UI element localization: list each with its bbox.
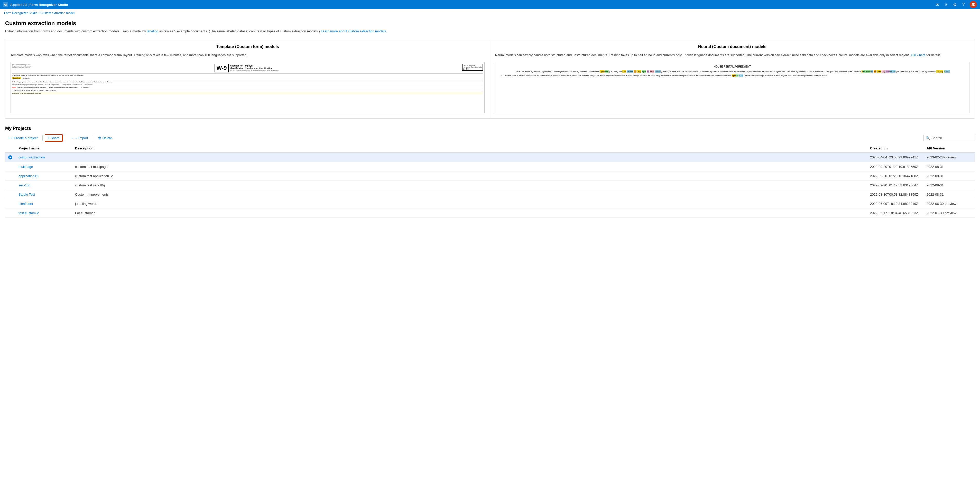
table-row[interactable]: application12custom test application1220…	[5, 171, 975, 181]
row-api-version: 2022-08-31	[923, 190, 975, 199]
top-bar-icons: ✉ ☺ ⚙ ? JD	[935, 1, 977, 8]
toolbar-left: + + Create a project ⤴ Share → → Import …	[5, 134, 115, 142]
table-row[interactable]: Lienfluentjumbling words2022-06-09T18:19…	[5, 199, 975, 208]
row-selector[interactable]	[5, 162, 16, 171]
import-button[interactable]: → → Import	[67, 135, 91, 141]
projects-toolbar: + + Create a project ⤴ Share → → Import …	[5, 134, 975, 142]
house-rental-image: HOUSE RENTAL AGREEMENT This House Rental…	[495, 62, 969, 113]
row-project-name[interactable]: Lienfluent	[16, 199, 72, 208]
project-name-link[interactable]: test-custom-2	[19, 211, 39, 215]
template-model-title: Template (Custom form) models	[11, 44, 485, 49]
table-row[interactable]: multipagecustom test multipage2022-09-20…	[5, 162, 975, 171]
row-api-version: 2022-08-31	[923, 162, 975, 171]
row-api-version: 2023-02-28-preview	[923, 152, 975, 162]
col-header-desc[interactable]: Description	[72, 144, 867, 152]
chat-icon[interactable]: ✉	[935, 2, 940, 7]
row-created: 2022-09-20T01:17:52.6319364Z	[867, 181, 923, 190]
table-row[interactable]: test-custom-2For customer2022-05-17T18:3…	[5, 208, 975, 217]
my-projects-title: My Projects	[5, 126, 975, 131]
row-api-version: 2022-01-30-preview	[923, 208, 975, 217]
projects-table: Project name Description Created ↓ ↓ API…	[5, 144, 975, 218]
row-created: 2022-09-20T01:22:19.8188659Z	[867, 162, 923, 171]
search-icon: 🔍	[926, 136, 930, 140]
table-row[interactable]: sec-10qcustom test sec-10q2022-09-20T01:…	[5, 181, 975, 190]
breadcrumb-home[interactable]: Form Recognizer Studio	[4, 11, 37, 15]
project-name-link[interactable]: custom-extraction	[19, 155, 45, 159]
row-project-name[interactable]: sec-10q	[16, 181, 72, 190]
col-header-name[interactable]: Project name	[16, 144, 72, 152]
row-created: 2022-05-17T18:34:48.6535223Z	[867, 208, 923, 217]
table-row[interactable]: Studio TestCustom Improvements2022-08-30…	[5, 190, 975, 199]
neural-model-desc: Neural models can flexibly handle both s…	[495, 52, 969, 58]
help-icon[interactable]: ?	[961, 2, 966, 7]
row-selector[interactable]	[5, 208, 16, 217]
row-api-version: 2022-06-30-preview	[923, 199, 975, 208]
row-project-name[interactable]: multipage	[16, 162, 72, 171]
neural-model-card: Neural (Custom document) models Neural m…	[490, 39, 975, 118]
row-description: custom test sec-10q	[72, 181, 867, 190]
row-project-name[interactable]: test-custom-2	[16, 208, 72, 217]
feedback-icon[interactable]: ☺	[943, 2, 949, 7]
search-box[interactable]: 🔍	[923, 135, 975, 141]
table-body: custom-extraction2023-04-04T23:58:29.809…	[5, 152, 975, 218]
labeling-link[interactable]: labeling	[147, 29, 158, 33]
row-selector[interactable]	[5, 152, 16, 162]
w9-form-image: Form (Rev. October 2018)Department of th…	[11, 62, 485, 113]
click-here-link[interactable]: Click here	[911, 53, 926, 57]
w9-logo: W-9	[215, 64, 229, 72]
project-name-link[interactable]: Studio Test	[19, 193, 35, 197]
row-description: jumbling words	[72, 199, 867, 208]
neural-model-title: Neural (Custom document) models	[495, 44, 969, 49]
delete-icon: 🗑	[98, 136, 101, 140]
svg-text:AI: AI	[4, 3, 7, 6]
top-bar: AI Applied AI | Form Recognizer Studio ✉…	[0, 0, 980, 9]
row-selector[interactable]	[5, 171, 16, 181]
col-header-created[interactable]: Created ↓ ↓	[867, 144, 923, 152]
toolbar-sep-2	[65, 135, 65, 140]
breadcrumb-current[interactable]: Custom extraction model	[40, 11, 75, 15]
table-header: Project name Description Created ↓ ↓ API…	[5, 144, 975, 152]
project-name-link[interactable]: sec-10q	[19, 183, 30, 187]
toolbar-sep-1	[42, 135, 43, 140]
row-project-name[interactable]: Studio Test	[16, 190, 72, 199]
row-project-name[interactable]: custom-extraction	[16, 152, 72, 162]
project-name-link[interactable]: Lienfluent	[19, 202, 33, 206]
sort-arrow-created: ↓	[887, 147, 888, 150]
table-row[interactable]: custom-extraction2023-04-04T23:58:29.809…	[5, 152, 975, 162]
project-name-link[interactable]: application12	[19, 174, 38, 178]
settings-icon[interactable]: ⚙	[952, 2, 958, 7]
row-created: 2022-08-30T00:53:32.8848859Z	[867, 190, 923, 199]
row-selector[interactable]	[5, 199, 16, 208]
row-description	[72, 152, 867, 162]
page-title: Custom extraction models	[5, 20, 975, 27]
import-icon: →	[70, 136, 73, 140]
breadcrumb-separator: ›	[38, 11, 39, 15]
w9-name-field: John Doe	[12, 77, 21, 79]
row-description: Custom Improvements	[72, 190, 867, 199]
row-description: custom test multipage	[72, 162, 867, 171]
app-title-group: AI Applied AI | Form Recognizer Studio	[3, 2, 68, 8]
row-api-version: 2022-08-31	[923, 171, 975, 181]
share-button[interactable]: ⤴ Share	[45, 134, 63, 142]
breadcrumb: Form Recognizer Studio › Custom extracti…	[0, 9, 980, 17]
app-logo-icon: AI	[3, 2, 8, 8]
learn-more-link[interactable]: Learn more about custom extraction model…	[321, 29, 387, 33]
model-cards: Template (Custom form) models Template m…	[5, 39, 975, 119]
row-selector[interactable]	[5, 181, 16, 190]
row-description: custom test application12	[72, 171, 867, 181]
col-header-api[interactable]: API Version	[923, 144, 975, 152]
w9-give-text: Give Form to the requester. Do not send …	[462, 64, 483, 71]
app-title: Applied AI | Form Recognizer Studio	[10, 3, 68, 7]
plus-icon: +	[8, 136, 10, 140]
row-selector[interactable]	[5, 190, 16, 199]
create-project-button[interactable]: + + Create a project	[5, 135, 40, 141]
share-icon: ⤴	[48, 136, 49, 140]
project-name-link[interactable]: multipage	[19, 165, 33, 169]
row-created: 2023-04-04T23:58:29.8099941Z	[867, 152, 923, 162]
delete-button[interactable]: 🗑 Delete	[95, 135, 115, 141]
avatar[interactable]: JD	[970, 1, 977, 8]
row-project-name[interactable]: application12	[16, 171, 72, 181]
row-created: 2022-09-20T01:20:13.3647188Z	[867, 171, 923, 181]
search-input[interactable]	[931, 136, 972, 140]
main-content: Custom extraction models Extract informa…	[0, 17, 980, 223]
